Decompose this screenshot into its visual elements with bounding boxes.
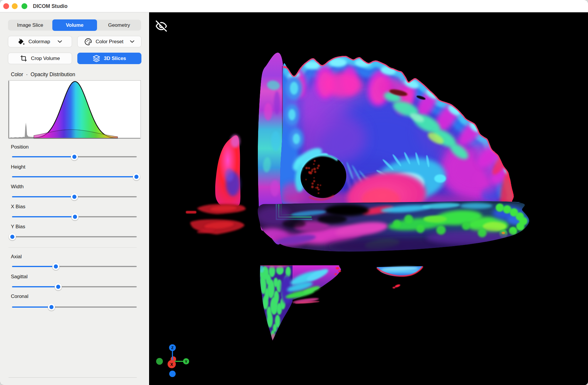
svg-text:X: X [170,362,173,367]
svg-text:Z: Z [171,346,174,350]
svg-text:Y: Y [185,360,187,364]
